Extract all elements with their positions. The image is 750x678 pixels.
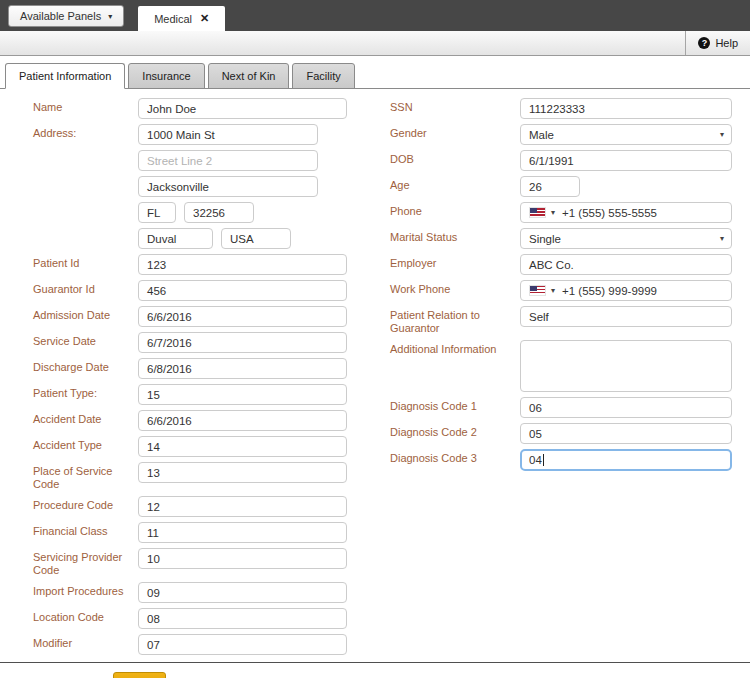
ssn-input[interactable]: 111223333 xyxy=(520,98,732,119)
state-input[interactable]: FL xyxy=(138,202,176,223)
diagnosis-code-3-input-value: 04 xyxy=(529,454,542,466)
form-row: Service Date6/7/2016 xyxy=(33,332,357,353)
country-dropdown-caret-icon[interactable]: ▾ xyxy=(551,286,555,295)
place-of-service-code-input-value: 13 xyxy=(147,467,160,479)
employer-input[interactable]: ABC Co. xyxy=(520,254,732,275)
patient-id-input[interactable]: 123 xyxy=(138,254,347,275)
help-toolbar: ? Help xyxy=(0,31,750,56)
dropdown-caret-icon: ▾ xyxy=(720,234,724,243)
tab-patient-information[interactable]: Patient Information xyxy=(5,63,125,89)
available-panels-label: Available Panels xyxy=(20,10,101,22)
medical-panel-tab[interactable]: Medical ✕ xyxy=(138,6,225,31)
age-input[interactable]: 26 xyxy=(520,176,580,197)
tab-insurance[interactable]: Insurance xyxy=(128,63,204,89)
save-button[interactable]: Save xyxy=(113,672,166,678)
servicing-provider-code-input[interactable]: 10 xyxy=(138,548,347,569)
help-button[interactable]: ? Help xyxy=(685,31,750,55)
accident-type-input[interactable]: 14 xyxy=(138,436,347,457)
city-input[interactable]: Jacksonville xyxy=(138,176,318,197)
zip-input[interactable]: 32256 xyxy=(184,202,254,223)
import-procedures-input[interactable]: 09 xyxy=(138,582,347,603)
diagnosis-code-2-input[interactable]: 05 xyxy=(520,423,732,444)
address-line2-input-value: Street Line 2 xyxy=(147,155,212,167)
diagnosis-code-1-input[interactable]: 06 xyxy=(520,397,732,418)
panel-topbar: Available Panels ▾ Medical ✕ xyxy=(0,0,750,31)
form-row: DOB6/1/1991 xyxy=(390,150,750,171)
form-row: Jacksonville xyxy=(33,176,357,197)
form-row: Age26 xyxy=(390,176,750,197)
guarantor-id-input-value: 456 xyxy=(147,285,166,297)
form-row: Guarantor Id456 xyxy=(33,280,357,301)
patient-type-input-label: Patient Type: xyxy=(33,384,138,405)
address-line2-input[interactable]: Street Line 2 xyxy=(138,150,318,171)
name-input-label: Name xyxy=(33,98,138,119)
patient-relation-to-guarantor-input-label: Patient Relation to Guarantor xyxy=(390,306,520,335)
discharge-date-input[interactable]: 6/8/2016 xyxy=(138,358,347,379)
phone-input[interactable]: ▾+1 (555) 555-5555 xyxy=(520,202,732,223)
text-cursor xyxy=(543,454,544,466)
patient-type-input[interactable]: 15 xyxy=(138,384,347,405)
financial-class-input[interactable]: 11 xyxy=(138,522,347,543)
discharge-date-input-value: 6/8/2016 xyxy=(147,363,192,375)
diagnosis-code-2-input-value: 05 xyxy=(529,428,542,440)
employer-input-value: ABC Co. xyxy=(529,259,574,271)
help-label: Help xyxy=(715,37,738,49)
accident-date-input[interactable]: 6/6/2016 xyxy=(138,410,347,431)
us-flag-icon xyxy=(529,285,546,296)
work-phone-input[interactable]: ▾+1 (555) 999-9999 xyxy=(520,280,732,301)
form-row: Discharge Date6/8/2016 xyxy=(33,358,357,379)
form-row: Admission Date6/6/2016 xyxy=(33,306,357,327)
country-dropdown-caret-icon[interactable]: ▾ xyxy=(551,208,555,217)
name-input[interactable]: John Doe xyxy=(138,98,347,119)
form-row: Street Line 2 xyxy=(33,150,357,171)
address-line1-input[interactable]: 1000 Main St xyxy=(138,124,318,145)
admission-date-input-value: 6/6/2016 xyxy=(147,311,192,323)
form-row: NameJohn Doe xyxy=(33,98,357,119)
marital-status-select-label: Marital Status xyxy=(390,228,520,249)
additional-information-textarea[interactable] xyxy=(520,340,732,392)
service-date-input[interactable]: 6/7/2016 xyxy=(138,332,347,353)
marital-status-select[interactable]: Single▾ xyxy=(520,228,732,249)
zip-input-value: 32256 xyxy=(193,207,225,219)
age-input-label: Age xyxy=(390,176,520,197)
form-row: Accident Type14 xyxy=(33,436,357,457)
tab-facility[interactable]: Facility xyxy=(292,63,354,89)
procedure-code-input-label: Procedure Code xyxy=(33,496,138,517)
modifier-input[interactable]: 07 xyxy=(138,634,347,655)
county-input-label xyxy=(33,228,138,249)
diagnosis-code-3-input[interactable]: 04 xyxy=(520,449,732,471)
form-row: Location Code08 xyxy=(33,608,357,629)
form-row: SSN111223333 xyxy=(390,98,750,119)
import-procedures-input-value: 09 xyxy=(147,587,160,599)
us-flag-icon xyxy=(529,207,546,218)
gender-select[interactable]: Male▾ xyxy=(520,124,732,145)
place-of-service-code-input[interactable]: 13 xyxy=(138,462,347,483)
patient-id-input-label: Patient Id xyxy=(33,254,138,275)
form-tabstrip: Patient Information Insurance Next of Ki… xyxy=(0,63,750,89)
medical-panel-window: Available Panels ▾ Medical ✕ ? Help Pati… xyxy=(0,0,750,678)
discharge-date-input-label: Discharge Date xyxy=(33,358,138,379)
dropdown-caret-icon: ▾ xyxy=(720,130,724,139)
modifier-input-value: 07 xyxy=(147,639,160,651)
country-input-value: USA xyxy=(230,233,254,245)
accident-type-input-label: Accident Type xyxy=(33,436,138,457)
location-code-input-label: Location Code xyxy=(33,608,138,629)
location-code-input[interactable]: 08 xyxy=(138,608,347,629)
country-input[interactable]: USA xyxy=(221,228,291,249)
gender-select-label: Gender xyxy=(390,124,520,145)
procedure-code-input[interactable]: 12 xyxy=(138,496,347,517)
patient-relation-to-guarantor-input[interactable]: Self xyxy=(520,306,732,327)
work-phone-input-value: +1 (555) 999-9999 xyxy=(562,285,657,297)
close-icon[interactable]: ✕ xyxy=(200,12,209,25)
dob-input[interactable]: 6/1/1991 xyxy=(520,150,732,171)
dob-input-label: DOB xyxy=(390,150,520,171)
form-row: Procedure Code12 xyxy=(33,496,357,517)
guarantor-id-input[interactable]: 456 xyxy=(138,280,347,301)
available-panels-button[interactable]: Available Panels ▾ xyxy=(8,5,124,27)
form-footer: Save xyxy=(0,662,750,678)
admission-date-input[interactable]: 6/6/2016 xyxy=(138,306,347,327)
dob-input-value: 6/1/1991 xyxy=(529,155,574,167)
tab-next-of-kin[interactable]: Next of Kin xyxy=(208,63,290,89)
state-input-value: FL xyxy=(147,207,160,219)
county-input[interactable]: Duval xyxy=(138,228,213,249)
